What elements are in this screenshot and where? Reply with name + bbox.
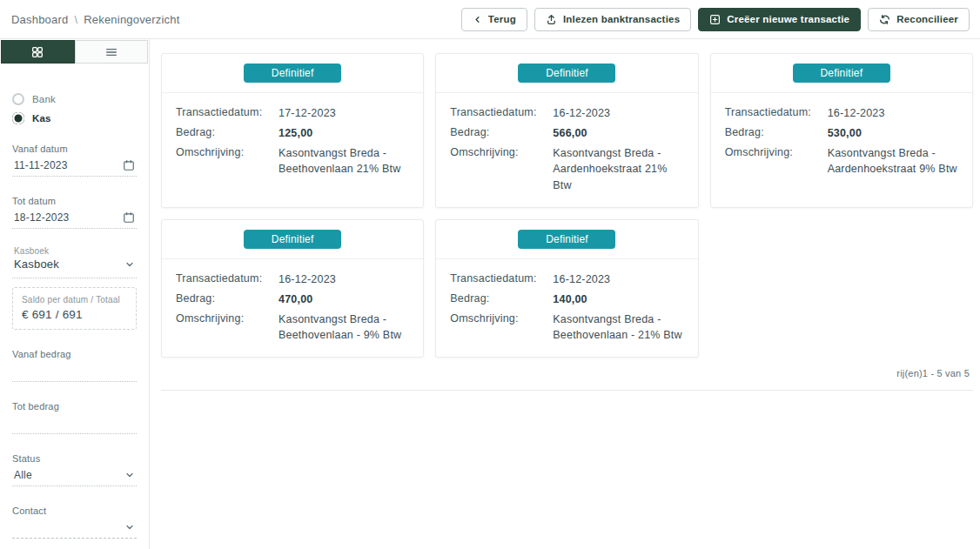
import-banktransactions-label: Inlezen banktransacties xyxy=(563,14,680,24)
create-transaction-button[interactable]: Creëer nieuwe transactie xyxy=(698,8,861,31)
field-label-description: Omschrijving: xyxy=(450,311,553,327)
transaction-description: Kasontvangst Breda - Aardenhoekstraat 21… xyxy=(553,145,683,192)
reconcile-button[interactable]: Reconcilieer xyxy=(868,8,970,31)
transaction-description: Kasontvangst Breda - Beethovenlaan - 21%… xyxy=(553,311,683,343)
transaction-description: Kasontvangst Breda - Aardenhoekstraat 9%… xyxy=(828,145,958,177)
status-select[interactable]: Alle xyxy=(12,464,137,486)
field-label-amount: Bedrag: xyxy=(450,291,553,307)
chevron-down-icon xyxy=(124,259,135,270)
transaction-date: 16-12-2023 xyxy=(279,271,409,287)
status-label: Status xyxy=(12,453,137,464)
to-amount-label: Tot bedrag xyxy=(12,401,137,412)
field-label-amount: Bedrag: xyxy=(450,125,553,141)
field-label-amount: Bedrag: xyxy=(725,125,828,141)
transaction-card[interactable]: Definitief Transactiedatum:17-12-2023 Be… xyxy=(161,53,424,208)
grid-icon xyxy=(30,45,44,59)
status-badge[interactable]: Definitief xyxy=(244,230,341,249)
transaction-date: 16-12-2023 xyxy=(828,105,958,121)
transaction-date: 17-12-2023 xyxy=(279,105,409,121)
row-count-text: rij(en)1 - 5 van 5 xyxy=(161,358,973,390)
import-banktransactions-button[interactable]: Inlezen banktransacties xyxy=(534,8,691,31)
main-divider xyxy=(161,390,973,391)
status-badge[interactable]: Definitief xyxy=(518,230,615,249)
field-label-description: Omschrijving: xyxy=(176,145,279,161)
transaction-description: Kasontvangst Breda - Beethovenlaan 21% B… xyxy=(279,145,409,177)
status-badge[interactable]: Definitief xyxy=(518,64,615,83)
chevron-left-icon xyxy=(473,15,482,24)
chevron-down-icon xyxy=(124,470,135,480)
filter-sidebar: Bank Kas Vanaf datum 11-11-2023 Tot datu… xyxy=(0,39,150,549)
field-label-date: Transactiedatum: xyxy=(450,271,553,287)
back-button-label: Terug xyxy=(488,14,516,24)
field-label-description: Omschrijving: xyxy=(450,145,553,161)
to-date-field[interactable]: 18-12-2023 xyxy=(12,206,137,229)
breadcrumb-dashboard[interactable]: Dashboard xyxy=(11,13,68,26)
calendar-icon[interactable] xyxy=(123,211,135,224)
radio-bank-dot xyxy=(12,93,24,105)
plus-square-icon xyxy=(709,14,721,25)
calendar-icon[interactable] xyxy=(123,159,135,171)
field-label-description: Omschrijving: xyxy=(725,145,828,161)
field-label-date: Transactiedatum: xyxy=(176,271,279,287)
transaction-date: 16-12-2023 xyxy=(553,105,683,121)
contact-select[interactable] xyxy=(12,516,137,539)
to-amount-field[interactable] xyxy=(12,412,137,434)
back-button[interactable]: Terug xyxy=(461,8,527,31)
transaction-card[interactable]: Definitief Transactiedatum:16-12-2023 Be… xyxy=(710,53,973,208)
breadcrumb: Dashboard \ Rekeningoverzicht xyxy=(11,13,180,26)
from-amount-field[interactable] xyxy=(12,359,137,382)
field-label-amount: Bedrag: xyxy=(176,291,279,307)
from-date-field[interactable]: 11-11-2023 xyxy=(12,154,137,177)
account-type-radios: Bank Kas xyxy=(12,93,137,124)
kasboek-select-label: Kasboek xyxy=(14,243,135,256)
transaction-card[interactable]: Definitief Transactiedatum:16-12-2023 Be… xyxy=(435,219,698,358)
list-icon xyxy=(104,45,118,59)
transaction-date: 16-12-2023 xyxy=(553,271,683,287)
toolbar: Terug Inlezen banktransacties Creëer nie… xyxy=(461,8,970,31)
radio-kas-label: Kas xyxy=(32,113,51,124)
field-label-amount: Bedrag: xyxy=(176,125,279,141)
radio-bank[interactable]: Bank xyxy=(12,93,137,105)
breadcrumb-separator: \ xyxy=(74,13,77,26)
status-select-value: Alle xyxy=(14,469,32,481)
saldo-box: Saldo per datum / Totaal € 691 / 691 xyxy=(12,287,137,330)
contact-label: Contact xyxy=(12,505,137,516)
topbar: Dashboard \ Rekeningoverzicht Terug Inle… xyxy=(0,0,980,39)
breadcrumb-rekeningoverzicht: Rekeningoverzicht xyxy=(84,13,179,26)
transaction-description: Kasontvangst Breda - Beethovenlaan - 9% … xyxy=(279,311,409,343)
grid-view-toggle[interactable] xyxy=(1,40,75,64)
transaction-amount: 530,00 xyxy=(828,125,958,141)
to-date-label: Tot datum xyxy=(12,196,137,206)
to-date-value: 18-12-2023 xyxy=(14,211,69,224)
chevron-down-icon xyxy=(124,522,135,532)
list-view-toggle[interactable] xyxy=(75,40,149,64)
field-label-date: Transactiedatum: xyxy=(176,105,279,121)
saldo-label: Saldo per datum / Totaal xyxy=(22,295,127,305)
from-date-value: 11-11-2023 xyxy=(14,159,68,171)
kasboek-select[interactable]: Kasboek Kasboek xyxy=(12,243,137,278)
field-label-date: Transactiedatum: xyxy=(450,105,553,121)
transaction-card[interactable]: Definitief Transactiedatum:16-12-2023 Be… xyxy=(435,53,698,208)
saldo-value: € 691 / 691 xyxy=(22,308,127,321)
transaction-card[interactable]: Definitief Transactiedatum:16-12-2023 Be… xyxy=(161,219,424,358)
create-transaction-label: Creëer nieuwe transactie xyxy=(727,14,849,24)
reconcile-label: Reconcilieer xyxy=(896,14,958,24)
view-toggle xyxy=(1,40,148,64)
from-amount-label: Vanaf bedrag xyxy=(12,349,137,359)
radio-kas-dot xyxy=(12,112,24,124)
transaction-amount: 125,00 xyxy=(279,125,409,141)
transaction-card-grid: Definitief Transactiedatum:17-12-2023 Be… xyxy=(161,53,973,358)
radio-kas[interactable]: Kas xyxy=(12,112,137,124)
radio-bank-label: Bank xyxy=(32,94,56,104)
field-label-date: Transactiedatum: xyxy=(725,105,828,121)
sync-icon xyxy=(879,14,890,25)
from-date-label: Vanaf datum xyxy=(12,144,137,154)
transactions-panel: Definitief Transactiedatum:17-12-2023 Be… xyxy=(150,39,980,549)
status-badge[interactable]: Definitief xyxy=(244,64,341,83)
status-badge[interactable]: Definitief xyxy=(793,64,890,83)
transaction-amount: 140,00 xyxy=(553,291,683,307)
kasboek-select-value: Kasboek xyxy=(14,258,59,271)
field-label-description: Omschrijving: xyxy=(176,311,279,327)
upload-icon xyxy=(546,14,557,25)
transaction-amount: 566,00 xyxy=(553,125,683,141)
